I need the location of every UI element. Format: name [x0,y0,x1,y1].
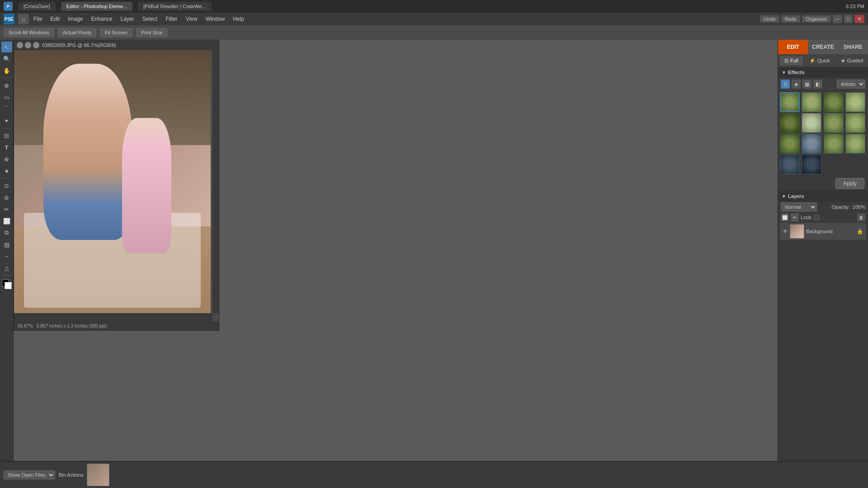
shape-tool[interactable]: ★ [1,165,12,176]
hand-tool[interactable]: ✋ [1,65,12,76]
background-color[interactable] [5,282,12,289]
layer-blend-mode-dropdown[interactable]: Normal [781,202,817,211]
menu-edit[interactable]: Edit [47,14,63,24]
redo-button[interactable]: Redo [781,15,800,23]
menu-select[interactable]: Select [139,14,161,24]
actual-pixels-button[interactable]: Actual Pixels [58,28,96,37]
tool-divider-4 [2,275,11,276]
layers-delete-icon[interactable]: 🗑 [857,213,865,221]
titlebar-tab-editor[interactable]: Editor - Photoshop Eleme... [61,2,133,11]
bin-thumbnail-1[interactable] [87,464,109,486]
eraser-tool[interactable]: ⬜ [1,216,12,226]
sharpen-tool[interactable]: △ [1,263,12,273]
mode-tab-create[interactable]: CREATE [808,40,838,54]
menu-help[interactable]: Help [229,14,248,24]
layers-lock-row: ⬜ ✏ Lock: 🗑 [778,212,868,222]
magic-wand-tool[interactable]: ✦ [1,115,12,126]
effects-style-icon[interactable]: ◈ [792,80,801,89]
vertical-scrollbar[interactable] [212,50,219,313]
main-layout: ↖ 🔍 ✋ ⊕ ▭ ⌒ ✦ ⊟ T ⊕ ★ ⊙ ⊜ ✏ ⬜ ⧉ ▤ ~ △ [0,40,868,461]
edit-mode-full-label: Full [790,58,798,63]
menu-filter[interactable]: Filter [162,14,181,24]
titlebar-tab-pitbull[interactable]: [PitBull Reseller | CodeWe... [138,2,211,11]
eyedropper-tool[interactable]: ⊕ [1,80,12,91]
window-maximize-button[interactable]: □ [844,15,853,23]
photo-canvas[interactable] [14,50,211,321]
bin-show-open-files-dropdown[interactable]: Show Open Files [4,470,55,479]
effect-thumb-10[interactable] [802,134,821,154]
doc-minimize-button[interactable] [17,42,23,48]
apply-button[interactable]: Apply [835,178,864,189]
doc-maximize-button[interactable] [25,42,31,48]
edit-mode-full[interactable]: ⊡ Full [780,56,803,65]
layer-visibility-toggle[interactable]: 👁 [783,228,788,235]
move-tool[interactable]: ↖ [1,42,12,52]
gradient-tool[interactable]: ▤ [1,239,12,250]
menu-enhance[interactable]: Enhance [87,14,116,24]
menu-file[interactable]: File [30,14,46,24]
fit-screen-button[interactable]: Fit Screen [100,28,132,37]
doc-close-button[interactable] [33,42,39,48]
effect-thumb-3[interactable] [824,92,844,112]
bin-actions-label: Bin Actions [59,472,83,478]
mode-tab-share[interactable]: SHARE [838,40,868,54]
brush-tool[interactable]: ✏ [1,204,12,215]
layer-item-background[interactable]: 👁 Background 🔒 [780,223,866,240]
home-button[interactable]: ⌂ [18,14,29,24]
window-minimize-button[interactable]: ─ [833,15,842,23]
undo-button[interactable]: Undo [760,15,779,23]
layers-new-icon[interactable]: ⬜ [781,213,789,221]
effect-thumb-11[interactable] [824,134,844,154]
left-toolbar: ↖ 🔍 ✋ ⊕ ▭ ⌒ ✦ ⊟ T ⊕ ★ ⊙ ⊜ ✏ ⬜ ⧉ ▤ ~ △ [0,40,14,461]
transform-tool[interactable]: ⊕ [1,154,12,164]
canvas-area: 0385D009.JPG @ 66.7%(RGB/8) 66.67% 0.867… [14,40,778,461]
menu-view[interactable]: View [182,14,201,24]
healing-tool[interactable]: ⊙ [1,180,12,191]
effect-thumb-6[interactable] [802,113,821,133]
effect-thumb-9[interactable] [780,134,800,154]
zoom-tool[interactable]: 🔍 [1,53,12,64]
edit-mode-quick[interactable]: ⚡ Quick [805,56,835,65]
window-close-button[interactable]: ✕ [854,15,864,23]
marquee-tool[interactable]: ▭ [1,92,12,103]
effects-texture-icon[interactable]: ▦ [802,80,811,89]
layers-lock-label: Lock: [801,215,812,220]
organizer-button[interactable]: Organizer [802,15,831,23]
effect-thumb-14[interactable] [802,155,821,174]
layers-section: ▼ Layers Normal Opacity: 100% ⬜ ✏ Lock: … [778,191,868,461]
effects-filter-icon[interactable]: ⊙ [781,80,790,89]
edit-mode-quick-label: Quick [817,58,830,63]
clone-tool[interactable]: ⊜ [1,192,12,203]
effects-category-dropdown[interactable]: Artistic [837,80,865,89]
menu-window[interactable]: Window [202,14,229,24]
color-swatches[interactable] [2,279,12,289]
lasso-tool[interactable]: ⌒ [1,103,12,114]
pse-logo: PSE [4,14,14,24]
text-tool[interactable]: T [1,142,12,153]
effects-photo-icon[interactable]: ◧ [813,80,822,89]
effect-thumb-1[interactable] [780,92,800,112]
effect-thumb-8[interactable] [845,113,865,133]
effect-thumb-5[interactable] [780,113,800,133]
effect-thumb-12[interactable] [845,134,865,154]
effects-section-header[interactable]: ▼ Effects [778,67,868,78]
effect-thumb-4[interactable] [845,92,865,112]
effect-thumb-2[interactable] [802,92,821,112]
mode-tab-edit[interactable]: EDIT [778,40,808,54]
print-size-button[interactable]: Print Size [136,28,167,37]
titlebar-tab-crossover[interactable]: [CrossOver] [18,2,56,11]
effect-thumb-13[interactable] [780,155,800,174]
layers-brush-icon[interactable]: ✏ [791,213,799,221]
photo-child-figure [43,64,132,240]
menu-image[interactable]: Image [64,14,86,24]
horizontal-scrollbar[interactable] [14,313,212,321]
layers-lock-checkbox[interactable] [814,215,820,220]
paint-bucket-tool[interactable]: ⧉ [1,227,12,238]
layers-section-header[interactable]: ▼ Layers [778,191,868,202]
edit-mode-guided[interactable]: ★ Guided [836,56,868,65]
smudge-tool[interactable]: ~ [1,251,12,262]
effect-thumb-7[interactable] [824,113,844,133]
scroll-all-windows-button[interactable]: Scroll All Windows [4,28,54,37]
menu-layer[interactable]: Layer [117,14,138,24]
crop-tool[interactable]: ⊟ [1,130,12,141]
